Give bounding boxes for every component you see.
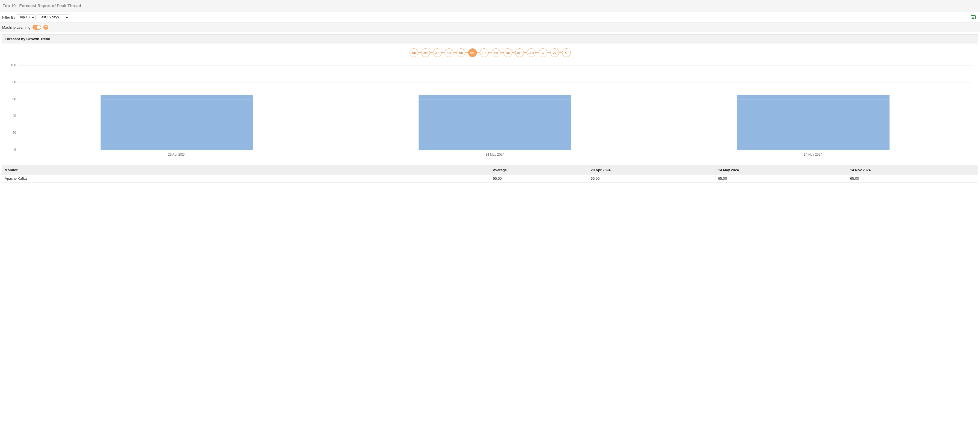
filter-row: Filter By Top 10 Last 15 days — [0, 11, 980, 22]
bar-slot — [18, 65, 336, 150]
ml-toggle[interactable] — [32, 25, 41, 30]
ml-row: Machine Learning ? — [0, 22, 980, 32]
col-header: 29 Apr 2024 — [588, 166, 715, 174]
gridline — [18, 82, 972, 83]
period-connector — [453, 53, 457, 53]
y-tick: 100 — [8, 63, 16, 67]
value-cell: 65.00 — [490, 174, 588, 183]
bar-slot — [654, 65, 972, 150]
period-connector — [536, 53, 539, 53]
y-tick: 80 — [8, 80, 16, 84]
period-btn-2m[interactable]: 2m — [421, 48, 430, 57]
bar[interactable] — [737, 95, 889, 150]
table-header-row: MonitorAverage29 Apr 202414 May 202414 N… — [2, 166, 978, 174]
panel-title: Forecast by Growth Trend — [2, 35, 978, 43]
table-body: Apache Kafka65.0065.0065.0065.00 — [2, 174, 978, 183]
period-connector — [559, 53, 562, 53]
x-label: 14 Nov 2024 — [654, 150, 972, 160]
period-btn-1y[interactable]: 1y — [539, 48, 547, 57]
period-btn-1m[interactable]: 1m — [409, 48, 418, 57]
filter-by-label: Filter By — [2, 15, 15, 19]
period-connector — [500, 53, 503, 53]
y-tick: 0 — [8, 148, 16, 151]
period-btn-8m[interactable]: 8m — [492, 48, 500, 57]
forecast-panel: Forecast by Growth Trend 1m2m3m4m5m6m7m8… — [2, 34, 978, 163]
period-btn-10m[interactable]: 10m — [515, 48, 524, 57]
col-header: Average — [490, 166, 588, 174]
bar-slot — [336, 65, 654, 150]
page-header: Top 10 - Forecast Report of Peak Thread — [0, 0, 980, 11]
chart-bars — [18, 65, 972, 150]
period-connector — [512, 53, 515, 53]
period-btn-7m[interactable]: 7m — [480, 48, 488, 57]
bar[interactable] — [101, 95, 253, 150]
period-connector — [477, 53, 480, 53]
top-n-select[interactable]: Top 10 — [17, 14, 35, 20]
y-tick: 40 — [8, 114, 16, 118]
gridline — [18, 116, 972, 116]
period-connector — [465, 53, 468, 53]
period-connector — [488, 53, 492, 53]
export-icon[interactable] — [971, 15, 976, 19]
period-selector: 1m2m3m4m5m6m7m8m9m10m11m1y2yC — [2, 43, 978, 60]
period-connector — [418, 53, 421, 53]
value-cell: 65.00 — [588, 174, 715, 183]
x-label: 14 May 2024 — [336, 150, 654, 160]
period-btn-6m[interactable]: 6m — [468, 48, 477, 57]
help-icon[interactable]: ? — [43, 25, 48, 30]
forecast-table: MonitorAverage29 Apr 202414 May 202414 N… — [2, 166, 978, 183]
period-btn-11m[interactable]: 11m — [527, 48, 536, 57]
period-btn-5m[interactable]: 5m — [457, 48, 465, 57]
y-tick: 60 — [8, 97, 16, 101]
ml-label: Machine Learning — [2, 26, 30, 29]
value-cell: 65.00 — [715, 174, 847, 183]
col-header: Monitor — [2, 166, 490, 174]
gridline — [18, 150, 972, 150]
col-header: 14 May 2024 — [715, 166, 847, 174]
gridline — [18, 65, 972, 65]
period-btn-4m[interactable]: 4m — [445, 48, 453, 57]
x-label: 29 Apr 2024 — [18, 150, 336, 160]
value-cell: 65.00 — [847, 174, 978, 183]
period-connector — [430, 53, 433, 53]
filter-controls: Filter By Top 10 Last 15 days — [2, 14, 69, 20]
period-btn-9m[interactable]: 9m — [503, 48, 512, 57]
gridline — [18, 99, 972, 99]
period-connector — [442, 53, 445, 53]
period-connector — [524, 53, 527, 53]
col-header: 14 Nov 2024 — [847, 166, 978, 174]
period-connector — [547, 53, 550, 53]
period-btn-3m[interactable]: 3m — [433, 48, 442, 57]
monitor-link[interactable]: Apache Kafka — [5, 176, 27, 180]
period-btn-2y[interactable]: 2y — [550, 48, 559, 57]
date-range-select[interactable]: Last 15 days — [37, 14, 69, 20]
bar[interactable] — [419, 95, 571, 150]
chart-wrap: 020406080100 29 Apr 202414 May 202414 No… — [2, 60, 978, 163]
page-title: Top 10 - Forecast Report of Peak Thread — [3, 3, 81, 8]
period-btn-C[interactable]: C — [562, 48, 571, 57]
forecast-chart: 020406080100 — [18, 65, 972, 150]
monitor-cell: Apache Kafka — [2, 174, 490, 183]
y-tick: 20 — [8, 131, 16, 135]
table-row: Apache Kafka65.0065.0065.0065.00 — [2, 174, 978, 183]
chart-x-labels: 29 Apr 202414 May 202414 Nov 2024 — [18, 150, 972, 160]
